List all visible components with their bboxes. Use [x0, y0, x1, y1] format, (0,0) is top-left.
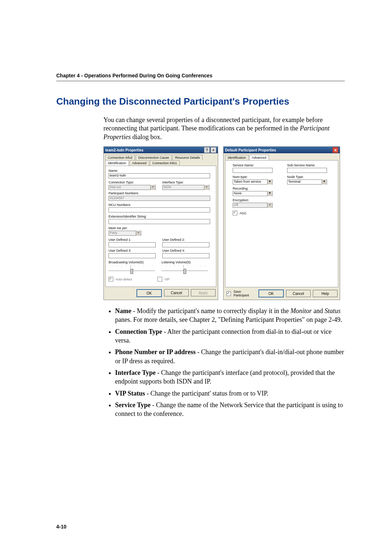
list-item: VIP Status - Change the participant' sta…: [115, 389, 345, 398]
tab-body-left: Name: team2-Isdn Connection Type: Dial-o…: [105, 166, 216, 287]
checkbox-auto-detect[interactable]: [109, 277, 113, 281]
tab-disconnection-cause[interactable]: Disconnection Cause: [136, 155, 172, 160]
tab-row-2: Identification Advanced Connection Info1: [104, 160, 218, 166]
ok-button-right[interactable]: OK: [258, 289, 284, 297]
titlebar-left: team2-Isdn Properties ? ×: [104, 147, 218, 153]
tab-connection-info2[interactable]: Connection Info2: [105, 155, 135, 160]
em: Status: [324, 307, 340, 315]
term: VIP Status: [115, 390, 145, 397]
help-button-right[interactable]: Help: [313, 290, 338, 297]
list-item: Name - Modify the participant's name to …: [115, 307, 345, 324]
input-participant-numbers[interactable]: 91234567: [109, 196, 210, 201]
intro-text-b: dialog box.: [131, 133, 162, 141]
select-interface-type[interactable]: ISDN: [162, 185, 209, 190]
label-vip: VIP: [164, 278, 170, 281]
tab-resource-details[interactable]: Resource Details: [172, 155, 203, 160]
list-item: Phone Number or IP address - Change the …: [115, 348, 345, 365]
checkbox-agc[interactable]: [233, 211, 237, 215]
term: Phone Number or IP address: [115, 348, 196, 356]
select-encryption[interactable]: Off: [233, 203, 273, 208]
titlebar-left-text: team2-Isdn Properties: [105, 148, 143, 152]
label-save-participant: Save Participant: [233, 290, 256, 297]
help-icon[interactable]: ?: [204, 147, 210, 153]
tab-body-right: Service Name: Sub-Service Name: Num-type…: [225, 160, 338, 287]
dialog-participant-properties: team2-Isdn Properties ? × Connection Inf…: [103, 146, 218, 300]
label-node-type: Node Type:: [287, 175, 327, 179]
label-agc: AGC: [240, 211, 247, 215]
page-number: 4-10: [56, 524, 66, 530]
tab-identification-right[interactable]: Identification: [225, 155, 249, 160]
input-ud1[interactable]: [109, 242, 156, 247]
label-listen-volume: Listening Volume(5):: [162, 260, 208, 264]
close-icon[interactable]: ×: [211, 147, 216, 153]
select-recording[interactable]: None: [233, 191, 273, 196]
slider-ticks-b: · · · · · | · · · · ·: [109, 265, 155, 267]
cancel-button-right[interactable]: Cancel: [286, 290, 311, 297]
label-service-name: Service Name:: [233, 163, 273, 167]
term: Interface Type: [115, 369, 156, 376]
slider-listen-volume[interactable]: [162, 269, 208, 273]
list-item: Connection Type - Alter the participant …: [115, 327, 345, 345]
term: Connection Type: [115, 328, 162, 335]
input-ud2[interactable]: [162, 242, 209, 247]
list-item: Interface Type - Change the participant'…: [115, 368, 345, 386]
label-ud3: User Defined 3:: [109, 249, 156, 252]
tab-advanced-right[interactable]: Advanced: [249, 155, 269, 160]
save-participant-row: Save Participant: [226, 290, 256, 297]
close-icon[interactable]: ✕: [332, 147, 338, 153]
header-rule: [56, 81, 345, 81]
select-meet-me[interactable]: Party: [109, 231, 141, 236]
input-sub-service[interactable]: [287, 168, 327, 173]
input-ud4[interactable]: [162, 253, 209, 258]
checkbox-row-vip: VIP: [158, 277, 170, 281]
slider-ticks-l: · · · · · | · · · · ·: [162, 265, 208, 267]
label-ud4: User Defined 4:: [162, 249, 209, 252]
apply-button[interactable]: Apply: [191, 289, 216, 296]
input-ud3[interactable]: [109, 253, 156, 258]
label-num-type: Num-type:: [233, 175, 273, 179]
ok-button[interactable]: OK: [136, 289, 162, 297]
input-service-name[interactable]: [233, 168, 273, 173]
button-row-right: Save Participant OK Cancel Help: [224, 289, 340, 300]
section-title: Changing the Disconnected Participant's …: [56, 96, 345, 107]
select-node-type[interactable]: Terminal: [287, 179, 327, 185]
checkbox-save-participant[interactable]: [226, 291, 231, 296]
text: panes. For more details, see Chapter 2, …: [115, 316, 342, 323]
tab-row-right: Identification Advanced: [224, 153, 340, 160]
cancel-button[interactable]: Cancel: [164, 289, 189, 296]
bullet-list: Name - Modify the participant's name to …: [107, 307, 345, 418]
input-mcu-numbers[interactable]: [109, 207, 210, 212]
chapter-header: Chapter 4 - Operations Performed During …: [56, 73, 345, 78]
select-num-type[interactable]: Taken from service: [233, 179, 273, 185]
label-participant-numbers: Participant Numbers:: [109, 191, 213, 195]
checkbox-row-agc: AGC: [233, 211, 335, 215]
text: - Modify the participant's name to corre…: [131, 307, 290, 315]
label-broadcast-volume: Broadcasting Volume(5):: [109, 260, 155, 264]
tab-identification[interactable]: Identification: [105, 160, 129, 166]
intro-text-a: You can change several properties of a d…: [103, 116, 323, 132]
label-sub-service: Sub-Service Name:: [287, 163, 327, 167]
label-ud2: User Defined 2:: [162, 238, 209, 242]
term: Name: [115, 307, 131, 315]
term: Service Type: [115, 401, 151, 409]
label-mcu-numbers: MCU Numbers:: [109, 203, 213, 207]
titlebar-right-text: Default Participant Properties: [225, 148, 276, 152]
input-name[interactable]: team2-Isdn: [109, 173, 210, 178]
intro-paragraph: You can change several properties of a d…: [103, 116, 345, 141]
input-extension-id[interactable]: [109, 219, 210, 224]
tab-row-1: Connection Info2 Disconnection Cause Res…: [104, 153, 218, 160]
label-extension-id: Extension/Identifier String:: [109, 215, 213, 218]
checkbox-vip[interactable]: [158, 277, 162, 281]
label-ud1: User Defined 1:: [109, 238, 156, 242]
list-item: Service Type - Change the name of the Ne…: [115, 401, 345, 418]
tab-connection-info1[interactable]: Connection Info1: [150, 160, 180, 166]
select-connection-type[interactable]: Dial-out: [109, 185, 156, 190]
checkbox-row-auto: Auto-detect: [109, 277, 132, 281]
dialog-default-participant: Default Participant Properties ✕ Identif…: [223, 146, 340, 300]
button-row-left: OK Cancel Apply: [104, 289, 218, 299]
tab-advanced[interactable]: Advanced: [130, 160, 149, 166]
em: Monitor: [290, 307, 312, 315]
figure-row: team2-Isdn Properties ? × Connection Inf…: [103, 146, 345, 300]
label-auto-detect: Auto-detect: [115, 278, 132, 281]
slider-broadcast-volume[interactable]: [109, 269, 155, 273]
